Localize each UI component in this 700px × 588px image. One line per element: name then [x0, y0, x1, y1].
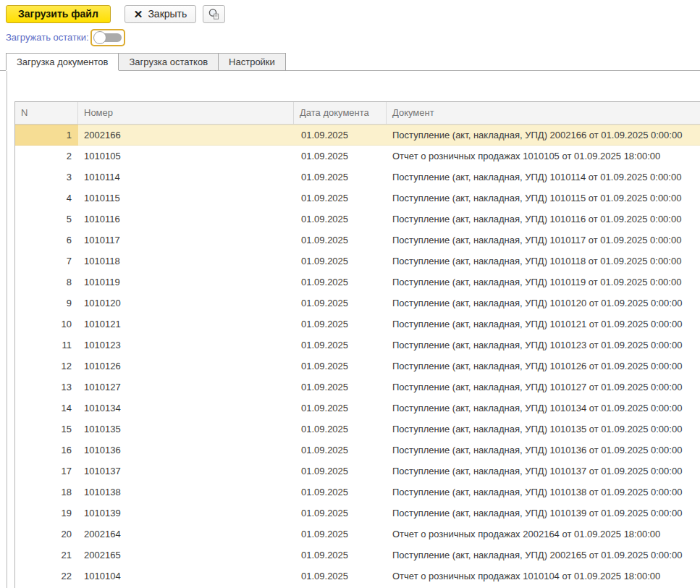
cell-n[interactable]: 18	[15, 482, 78, 503]
cell-number[interactable]: 1010104	[78, 566, 294, 587]
table-row[interactable]: 2 1010105 01.09.2025 Отчет о розничных п…	[15, 146, 700, 167]
cell-date[interactable]: 01.09.2025	[294, 482, 387, 503]
table-row[interactable]: 9 1010120 01.09.2025 Поступление (акт, н…	[15, 293, 700, 314]
cell-document[interactable]: Отчет о розничных продажах 1010104 от 01…	[387, 566, 700, 587]
cell-date[interactable]: 01.09.2025	[294, 377, 387, 398]
close-button[interactable]: ✕ Закрыть	[125, 5, 197, 23]
cell-document[interactable]: Поступление (акт, накладная, УПД) 101011…	[387, 272, 700, 293]
table-row[interactable]: 3 1010114 01.09.2025 Поступление (акт, н…	[15, 167, 700, 188]
cell-document[interactable]: Поступление (акт, накладная, УПД) 101013…	[387, 503, 700, 524]
cell-n[interactable]: 4	[15, 188, 78, 209]
cell-date[interactable]: 01.09.2025	[294, 440, 387, 461]
table-row[interactable]: 15 1010135 01.09.2025 Поступление (акт, …	[15, 419, 700, 440]
cell-document[interactable]: Поступление (акт, накладная, УПД) 101013…	[387, 398, 700, 419]
table-row[interactable]: 11 1010123 01.09.2025 Поступление (акт, …	[15, 335, 700, 356]
cell-date[interactable]: 01.09.2025	[294, 419, 387, 440]
table-row[interactable]: 18 1010138 01.09.2025 Поступление (акт, …	[15, 482, 700, 503]
toggle-knob[interactable]	[93, 31, 106, 44]
cell-date[interactable]: 01.09.2025	[294, 146, 387, 167]
cell-number[interactable]: 2002164	[78, 524, 294, 545]
cell-date[interactable]: 01.09.2025	[294, 566, 387, 587]
table-row[interactable]: 4 1010115 01.09.2025 Поступление (акт, н…	[15, 188, 700, 209]
cell-date[interactable]: 01.09.2025	[294, 335, 387, 356]
cell-date[interactable]: 01.09.2025	[294, 524, 387, 545]
cell-number[interactable]: 1010115	[78, 188, 294, 209]
cell-number[interactable]: 2002165	[78, 545, 294, 566]
cell-n[interactable]: 21	[15, 545, 78, 566]
cell-document[interactable]: Отчет о розничных продажах 2002164 от 01…	[387, 524, 700, 545]
cell-number[interactable]: 1010136	[78, 440, 294, 461]
cell-document[interactable]: Поступление (акт, накладная, УПД) 101011…	[387, 251, 700, 272]
cell-n[interactable]: 22	[15, 566, 78, 587]
tab-load-remainders[interactable]: Загрузка остатков	[118, 53, 219, 70]
table-row[interactable]: 1 2002166 01.09.2025 Поступление (акт, н…	[15, 125, 700, 146]
table-row[interactable]: 12 1010126 01.09.2025 Поступление (акт, …	[15, 356, 700, 377]
cell-document[interactable]: Поступление (акт, накладная, УПД) 101011…	[387, 230, 700, 251]
load-remainders-toggle[interactable]	[90, 29, 125, 46]
cell-number[interactable]: 1010138	[78, 482, 294, 503]
cell-date[interactable]: 01.09.2025	[294, 545, 387, 566]
table-row[interactable]: 22 1010104 01.09.2025 Отчет о розничных …	[15, 566, 700, 587]
cell-n[interactable]: 14	[15, 398, 78, 419]
cell-n[interactable]: 5	[15, 209, 78, 230]
tab-settings[interactable]: Настройки	[218, 53, 286, 70]
table-row[interactable]: 8 1010119 01.09.2025 Поступление (акт, н…	[15, 272, 700, 293]
cell-n[interactable]: 8	[15, 272, 78, 293]
table-row[interactable]: 7 1010118 01.09.2025 Поступление (акт, н…	[15, 251, 700, 272]
cell-document[interactable]: Поступление (акт, накладная, УПД) 101012…	[387, 293, 700, 314]
table-row[interactable]: 19 1010139 01.09.2025 Поступление (акт, …	[15, 503, 700, 524]
cell-date[interactable]: 01.09.2025	[294, 272, 387, 293]
cell-number[interactable]: 1010119	[78, 272, 294, 293]
load-file-button[interactable]: Загрузить файл	[6, 5, 111, 23]
cell-number[interactable]: 1010105	[78, 146, 294, 167]
cell-n[interactable]: 19	[15, 503, 78, 524]
table-row[interactable]: 20 2002164 01.09.2025 Отчет о розничных …	[15, 524, 700, 545]
table-row[interactable]: 14 1010134 01.09.2025 Поступление (акт, …	[15, 398, 700, 419]
cell-number[interactable]: 1010135	[78, 419, 294, 440]
cell-document[interactable]: Поступление (акт, накладная, УПД) 101013…	[387, 482, 700, 503]
cell-n[interactable]: 13	[15, 377, 78, 398]
cell-n[interactable]: 6	[15, 230, 78, 251]
cell-document[interactable]: Поступление (акт, накладная, УПД) 101011…	[387, 209, 700, 230]
cell-document[interactable]: Поступление (акт, накладная, УПД) 101013…	[387, 461, 700, 482]
cell-date[interactable]: 01.09.2025	[294, 209, 387, 230]
cell-n[interactable]: 16	[15, 440, 78, 461]
cell-n[interactable]: 3	[15, 167, 78, 188]
column-header-date[interactable]: Дата документа	[294, 102, 387, 124]
cell-n[interactable]: 10	[15, 314, 78, 335]
table-row[interactable]: 5 1010116 01.09.2025 Поступление (акт, н…	[15, 209, 700, 230]
cell-date[interactable]: 01.09.2025	[294, 167, 387, 188]
cell-n[interactable]: 20	[15, 524, 78, 545]
cell-n[interactable]: 9	[15, 293, 78, 314]
table-row[interactable]: 21 2002165 01.09.2025 Поступление (акт, …	[15, 545, 700, 566]
cell-date[interactable]: 01.09.2025	[294, 398, 387, 419]
cell-n[interactable]: 7	[15, 251, 78, 272]
cell-date[interactable]: 01.09.2025	[294, 314, 387, 335]
cell-document[interactable]: Поступление (акт, накладная, УПД) 101013…	[387, 419, 700, 440]
cell-n[interactable]: 2	[15, 146, 78, 167]
column-header-n[interactable]: N	[15, 102, 78, 124]
table-row[interactable]: 10 1010121 01.09.2025 Поступление (акт, …	[15, 314, 700, 335]
cell-number[interactable]: 1010137	[78, 461, 294, 482]
table-row[interactable]: 13 1010127 01.09.2025 Поступление (акт, …	[15, 377, 700, 398]
cell-date[interactable]: 01.09.2025	[294, 293, 387, 314]
cell-n[interactable]: 11	[15, 335, 78, 356]
cell-date[interactable]: 01.09.2025	[294, 188, 387, 209]
cell-number[interactable]: 1010116	[78, 209, 294, 230]
cell-document[interactable]: Поступление (акт, накладная, УПД) 101011…	[387, 188, 700, 209]
cell-document[interactable]: Поступление (акт, накладная, УПД) 101013…	[387, 440, 700, 461]
cell-document[interactable]: Поступление (акт, накладная, УПД) 101012…	[387, 314, 700, 335]
cell-date[interactable]: 01.09.2025	[294, 461, 387, 482]
cell-number[interactable]: 1010120	[78, 293, 294, 314]
cell-number[interactable]: 1010121	[78, 314, 294, 335]
table-row[interactable]: 17 1010137 01.09.2025 Поступление (акт, …	[15, 461, 700, 482]
cell-n[interactable]: 15	[15, 419, 78, 440]
table-row[interactable]: 6 1010117 01.09.2025 Поступление (акт, н…	[15, 230, 700, 251]
tab-load-documents[interactable]: Загрузка документов	[6, 53, 119, 70]
cell-number[interactable]: 2002166	[78, 125, 294, 146]
cell-document[interactable]: Поступление (акт, накладная, УПД) 101012…	[387, 356, 700, 377]
cell-document[interactable]: Отчет о розничных продажах 1010105 от 01…	[387, 146, 700, 167]
cell-date[interactable]: 01.09.2025	[294, 503, 387, 524]
cell-number[interactable]: 1010139	[78, 503, 294, 524]
cell-number[interactable]: 1010134	[78, 398, 294, 419]
